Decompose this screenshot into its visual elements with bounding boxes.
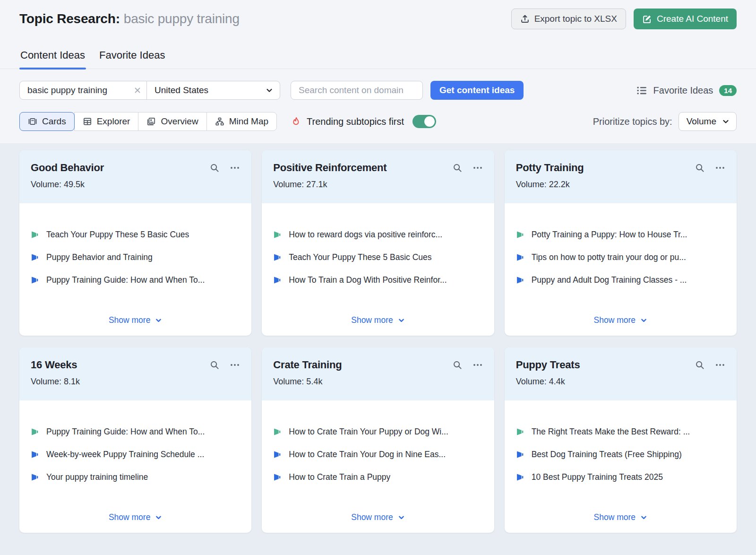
topic-card-title: 16 Weeks	[31, 359, 77, 371]
topic-card-title: Crate Training	[273, 359, 342, 371]
topic-volume: Volume: 5.4k	[273, 377, 482, 387]
content-idea-item[interactable]: Your puppy training timeline	[31, 472, 240, 482]
more-options-icon[interactable]	[715, 360, 725, 370]
view-mode-explorer[interactable]: Explorer	[74, 112, 139, 131]
cards-icon	[28, 117, 37, 126]
region-select[interactable]: United States	[147, 81, 280, 99]
content-idea-item[interactable]: How To Train a Dog With Positive Reinfor…	[273, 275, 482, 285]
content-idea-item[interactable]: How to Crate Train a Puppy	[273, 472, 482, 482]
topic-card-header: Puppy Treats Volume: 4.4k	[505, 347, 737, 400]
prioritize-select-value: Volume	[687, 116, 716, 127]
megaphone-icon	[31, 450, 40, 459]
topic-card: Positive Reinforcement Volume: 27.1k How…	[262, 150, 494, 336]
search-topic-icon[interactable]	[695, 360, 704, 370]
content-idea-item[interactable]: Puppy Behavior and Training	[31, 252, 240, 262]
megaphone-icon	[31, 427, 40, 436]
domain-search-input[interactable]	[291, 81, 423, 100]
topic-volume: Volume: 4.4k	[516, 377, 725, 387]
more-options-icon[interactable]	[715, 163, 725, 173]
view-mode-overview[interactable]: Overview	[138, 112, 206, 131]
show-more-button[interactable]: Show more	[109, 512, 163, 522]
clear-keyword-icon[interactable]	[134, 87, 141, 94]
megaphone-icon	[516, 230, 525, 239]
megaphone-icon	[273, 276, 282, 285]
content-idea-text: How to Crate Train Your Puppy or Dog Wi.…	[289, 427, 448, 437]
view-mode-mindmap[interactable]: Mind Map	[206, 112, 277, 131]
search-topic-icon[interactable]	[210, 163, 219, 173]
trending-toggle[interactable]	[412, 115, 436, 128]
chevron-down-icon	[155, 514, 162, 521]
topic-card-body: Teach Your Puppy These 5 Basic Cues Pupp…	[19, 203, 251, 336]
tab-content-ideas[interactable]: Content Ideas	[19, 46, 86, 69]
export-xlsx-button[interactable]: Export topic to XLSX	[511, 9, 626, 29]
cards-area: Good Behavior Volume: 49.5k Teach Your P…	[0, 143, 756, 542]
view-options-row: Cards Explorer Overview Mind Map	[19, 112, 737, 131]
get-content-ideas-button[interactable]: Get content ideas	[430, 81, 524, 100]
content-idea-item[interactable]: Teach Your Puppy These 5 Basic Cues	[273, 252, 482, 262]
view-mode-cards-label: Cards	[42, 116, 66, 127]
topic-card-title: Puppy Treats	[516, 359, 580, 371]
content-idea-item[interactable]: Week-by-week Puppy Training Schedule ...	[31, 450, 240, 460]
show-more-button[interactable]: Show more	[109, 315, 163, 325]
search-topic-icon[interactable]	[210, 360, 219, 370]
create-ai-content-button[interactable]: Create AI Content	[634, 9, 737, 29]
content-idea-item[interactable]: Puppy Training Guide: How and When To...	[31, 427, 240, 437]
search-topic-icon[interactable]	[695, 163, 704, 173]
content-idea-list: Potty Training a Puppy: How to House Tr.…	[516, 230, 725, 298]
megaphone-icon	[273, 253, 282, 262]
content-idea-item[interactable]: Best Dog Training Treats (Free Shipping)	[516, 450, 725, 460]
content-idea-item[interactable]: How to Crate Train Your Dog in Nine Eas.…	[273, 450, 482, 460]
content-idea-item[interactable]: Potty Training a Puppy: How to House Tr.…	[516, 230, 725, 240]
topic-card-actions	[210, 163, 240, 173]
content-idea-item[interactable]: How to Crate Train Your Puppy or Dog Wi.…	[273, 427, 482, 437]
mindmap-icon	[215, 117, 224, 126]
chevron-down-icon	[640, 317, 647, 324]
view-mode-explorer-label: Explorer	[97, 116, 130, 127]
show-more-button[interactable]: Show more	[594, 512, 648, 522]
page-title: Topic Research:basic puppy training	[19, 11, 240, 26]
content-idea-item[interactable]: The Right Treats Make the Best Reward: .…	[516, 427, 725, 437]
content-idea-item[interactable]: Puppy Training Guide: How and When To...	[31, 275, 240, 285]
megaphone-icon	[516, 450, 525, 459]
topic-card: 16 Weeks Volume: 8.1k Puppy Training Gui…	[19, 347, 251, 533]
megaphone-icon	[516, 473, 525, 482]
more-options-icon[interactable]	[472, 163, 483, 173]
content-idea-text: How To Train a Dog With Positive Reinfor…	[289, 275, 447, 285]
content-idea-item[interactable]: How to reward dogs via positive reinforc…	[273, 230, 482, 240]
content-idea-item[interactable]: Teach Your Puppy These 5 Basic Cues	[31, 230, 240, 240]
page-title-query: basic puppy training	[124, 11, 240, 26]
title-actions: Export topic to XLSX Create AI Content	[511, 9, 737, 29]
more-options-icon[interactable]	[230, 163, 240, 173]
search-topic-icon[interactable]	[453, 163, 462, 173]
content-idea-item[interactable]: Tips on how to potty train your dog or p…	[516, 252, 725, 262]
show-more-button[interactable]: Show more	[594, 315, 648, 325]
keyword-input[interactable]	[27, 85, 134, 95]
content-idea-item[interactable]: 10 Best Puppy Training Treats 2025	[516, 472, 725, 482]
show-more-label: Show more	[109, 315, 151, 325]
chevron-down-icon	[155, 317, 162, 324]
content-idea-list: The Right Treats Make the Best Reward: .…	[516, 427, 725, 495]
view-mode-cards[interactable]: Cards	[19, 112, 75, 131]
chevron-down-icon	[398, 514, 405, 521]
view-mode-mindmap-label: Mind Map	[229, 116, 268, 127]
search-topic-icon[interactable]	[453, 360, 462, 370]
megaphone-icon	[31, 253, 40, 262]
topic-card-header: Positive Reinforcement Volume: 27.1k	[262, 150, 494, 203]
more-options-icon[interactable]	[472, 360, 483, 370]
topic-card-header: 16 Weeks Volume: 8.1k	[19, 347, 251, 400]
more-options-icon[interactable]	[230, 360, 240, 370]
topic-card-header: Crate Training Volume: 5.4k	[262, 347, 494, 400]
prioritize-select[interactable]: Volume	[679, 112, 737, 131]
content-idea-list: Puppy Training Guide: How and When To...…	[31, 427, 240, 495]
show-more-button[interactable]: Show more	[351, 512, 405, 522]
tab-favorite-ideas[interactable]: Favorite Ideas	[98, 46, 166, 69]
topic-card: Puppy Treats Volume: 4.4k The Right Trea…	[505, 347, 737, 533]
prioritize-group: Prioritize topics by: Volume	[593, 112, 737, 131]
megaphone-icon	[31, 473, 40, 482]
topic-card: Good Behavior Volume: 49.5k Teach Your P…	[19, 150, 251, 336]
content-idea-item[interactable]: Puppy and Adult Dog Training Classes - .…	[516, 275, 725, 285]
topic-card-actions	[695, 360, 725, 370]
show-more-button[interactable]: Show more	[351, 315, 405, 325]
favorite-ideas-link[interactable]: Favorite Ideas 14	[636, 85, 737, 96]
content-idea-text: The Right Treats Make the Best Reward: .…	[532, 427, 690, 437]
